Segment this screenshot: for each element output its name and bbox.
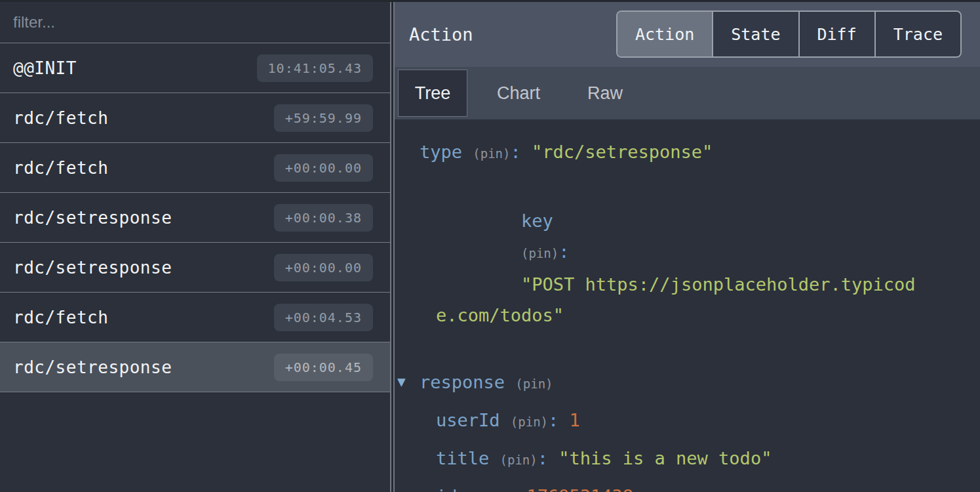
action-name: rdc/setresponse xyxy=(13,358,172,377)
json-value-string: "POST https://jsonplaceholder.typicod e.… xyxy=(436,274,916,325)
json-value-number: 1 xyxy=(570,410,580,430)
inspector-panel: Action Action State Diff Trace Tree Char… xyxy=(393,2,980,492)
colon: : xyxy=(559,241,569,262)
action-name: rdc/fetch xyxy=(13,158,108,178)
action-name: rdc/fetch xyxy=(13,108,108,128)
action-list-item[interactable]: rdc/setresponse +00:00.00 xyxy=(0,243,390,293)
colon: : xyxy=(538,448,548,468)
action-timestamp-badge: +59:59.99 xyxy=(274,104,373,132)
tab-diff[interactable]: Diff xyxy=(798,12,874,56)
json-value-string: "this is a new todo" xyxy=(559,448,772,468)
inspector-title: Action xyxy=(395,24,473,45)
action-name: rdc/setresponse xyxy=(13,208,172,228)
subtab-raw[interactable]: Raw xyxy=(570,67,640,119)
pin-label[interactable]: (pin) xyxy=(511,415,548,429)
action-list-item-selected[interactable]: rdc/setresponse +00:00.45 xyxy=(0,342,390,392)
action-timestamp-badge: +00:00.00 xyxy=(274,254,373,281)
action-timestamp-badge: +00:00.38 xyxy=(274,204,373,232)
action-name: rdc/fetch xyxy=(13,308,108,327)
action-list-item[interactable]: rdc/fetch +00:00.00 xyxy=(0,143,390,193)
json-key: type xyxy=(420,142,462,162)
filter-row xyxy=(0,2,390,43)
tree-row-key: key (pin): "POST https://jsonplaceholder… xyxy=(395,174,980,361)
json-key: title xyxy=(436,448,489,468)
redux-devtools-panel: @@INIT 10:41:05.43 rdc/fetch +59:59.99 r… xyxy=(0,2,980,492)
subtab-chart[interactable]: Chart xyxy=(479,67,558,119)
inspector-tab-group: Action State Diff Trace xyxy=(616,10,962,58)
pin-label[interactable]: (pin) xyxy=(473,146,510,161)
pin-label[interactable]: (pin) xyxy=(500,453,538,467)
tab-action[interactable]: Action xyxy=(617,12,712,56)
subtab-tree[interactable]: Tree xyxy=(398,70,467,117)
chevron-down-icon[interactable]: ▼ xyxy=(397,367,406,398)
action-name: @@INIT xyxy=(13,58,77,78)
tree-row-response[interactable]: ▼ response (pin) xyxy=(395,367,980,400)
tree-row-userid: userId (pin): 1 xyxy=(395,405,980,438)
view-mode-bar: Tree Chart Raw xyxy=(395,67,980,119)
action-list-item[interactable]: @@INIT 10:41:05.43 xyxy=(0,43,390,93)
json-value-string: "rdc/setresponse" xyxy=(532,142,713,162)
inspector-header: Action Action State Diff Trace xyxy=(395,2,980,67)
action-list-sidebar: @@INIT 10:41:05.43 rdc/fetch +59:59.99 r… xyxy=(0,2,391,492)
json-key: id xyxy=(436,486,458,492)
pin-label[interactable]: (pin) xyxy=(515,377,553,391)
colon: : xyxy=(548,410,559,430)
tree-row-type: type (pin): "rdc/setresponse" xyxy=(395,136,980,169)
action-timestamp-badge: +00:00.45 xyxy=(274,354,373,381)
action-timestamp-badge: +00:00.00 xyxy=(274,154,373,182)
tab-trace[interactable]: Trace xyxy=(874,12,960,56)
json-key: key xyxy=(521,211,553,231)
json-key: response xyxy=(420,372,505,392)
action-timestamp-badge: +00:04.53 xyxy=(274,304,373,331)
json-value-number: 1769531438 xyxy=(527,486,634,492)
tree-row-title: title (pin): "this is a new todo" xyxy=(395,443,980,476)
action-timestamp-badge: 10:41:05.43 xyxy=(257,54,373,82)
action-list-item[interactable]: rdc/fetch +59:59.99 xyxy=(0,93,390,143)
tree-row-id: id (pin): 1769531438 xyxy=(395,481,980,492)
pin-label[interactable]: (pin) xyxy=(521,246,559,260)
json-key: userId xyxy=(436,410,500,430)
colon: : xyxy=(511,142,521,162)
action-list-item[interactable]: rdc/setresponse +00:00.38 xyxy=(0,193,390,243)
action-list-item[interactable]: rdc/fetch +00:04.53 xyxy=(0,293,390,342)
filter-input[interactable] xyxy=(0,2,390,43)
json-tree: type (pin): "rdc/setresponse" key (pin):… xyxy=(395,119,980,492)
colon: : xyxy=(505,486,516,492)
tab-state[interactable]: State xyxy=(712,12,798,56)
action-name: rdc/setresponse xyxy=(13,258,172,277)
